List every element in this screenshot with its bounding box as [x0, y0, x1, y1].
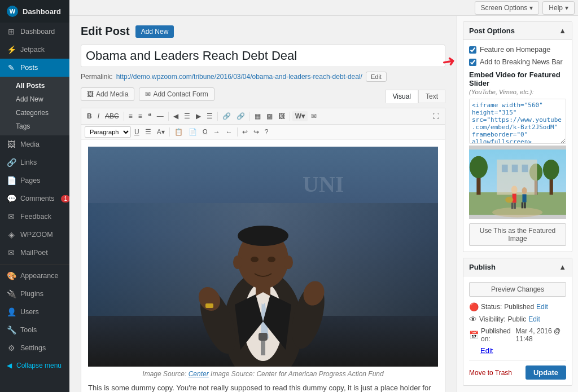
paragraph-select[interactable]: Paragraph — [85, 126, 131, 138]
publish-widget: Publish ▲ Preview Changes 🔴 Status: Publ… — [463, 258, 572, 386]
status-label: Status: — [481, 303, 502, 311]
calendar-icon: 📅 — [469, 331, 479, 340]
wpzoom-icon: ◈ — [7, 230, 16, 239]
tb-email[interactable]: ✉ — [309, 111, 319, 122]
sidebar-item-label: MailPoet — [20, 249, 48, 257]
status-edit-link[interactable]: Edit — [536, 303, 548, 311]
tb-align-left[interactable]: ◀ — [171, 111, 181, 122]
topbar: Screen Options ▾ Help ▾ — [69, 0, 578, 16]
preview-changes-button[interactable]: Preview Changes — [469, 282, 566, 297]
sidebar-item-media[interactable]: 🖼 Media — [0, 135, 69, 153]
tb-hr[interactable]: — — [155, 111, 166, 122]
sidebar-item-users[interactable]: 👤 Users — [0, 303, 69, 321]
sidebar-sub-all-posts[interactable]: All Posts — [0, 79, 69, 93]
sidebar-item-pages[interactable]: 📄 Pages — [0, 171, 69, 190]
publish-header[interactable]: Publish ▲ — [463, 258, 572, 276]
featured-image-svg — [469, 146, 566, 219]
tb-align-center[interactable]: ☰ — [182, 111, 192, 122]
editor-tabs: Visual Text — [386, 90, 445, 103]
published-label: Published on: — [481, 327, 514, 343]
sidebar-sub-categories[interactable]: Categories — [0, 106, 69, 120]
breaking-news-checkbox[interactable] — [469, 59, 476, 66]
collapse-menu[interactable]: ◀ Collapse menu — [0, 357, 69, 374]
sidebar-logo[interactable]: W Dashboard — [0, 0, 69, 23]
tb-blockquote[interactable]: ❝ — [146, 111, 154, 122]
permalink-edit-button[interactable]: Edit — [366, 72, 387, 82]
svg-point-21 — [284, 256, 293, 269]
sidebar-sub-add-new[interactable]: Add New — [0, 93, 69, 106]
tb-image[interactable]: 🖼 — [276, 111, 287, 122]
post-options-body: Feature on Homepage Add to Breaking News… — [463, 40, 572, 252]
feature-homepage-checkbox[interactable] — [469, 46, 476, 54]
sidebar-sub-tags[interactable]: Tags — [0, 120, 69, 133]
use-featured-button[interactable]: Use This as the Featured Image — [469, 223, 566, 246]
tb-fullscreen[interactable]: ⛶ — [430, 111, 441, 122]
embed-textarea[interactable]: <iframe width="560" height="315" src="ht… — [469, 99, 566, 144]
add-media-button[interactable]: 🖼 Add Media — [81, 87, 134, 101]
tb-table[interactable]: ▦ — [252, 111, 263, 122]
tb-underline[interactable]: U — [132, 126, 142, 138]
tab-text[interactable]: Text — [418, 90, 445, 103]
add-new-button[interactable]: Add New — [135, 25, 174, 38]
visibility-value: Public — [507, 315, 526, 323]
tb-help-toolbar[interactable]: ? — [262, 126, 271, 138]
permalink-url[interactable]: http://demo.wpzoom.com/tribune/2016/03/0… — [116, 73, 362, 81]
tb-ul[interactable]: ≡ — [126, 111, 135, 122]
sidebar-item-mailpoet[interactable]: ✉ MailPoet — [0, 244, 69, 262]
tb-indent[interactable]: ☰ — [143, 126, 154, 138]
svg-point-36 — [511, 186, 518, 193]
tb-link[interactable]: 🔗 — [220, 111, 233, 122]
screen-options-label: Screen Options — [481, 4, 528, 12]
add-contact-form-button[interactable]: ✉ Add Contact Form — [139, 87, 214, 101]
tb-paste-text[interactable]: 📄 — [186, 126, 199, 138]
content-area: Edit Post Add New Permalink: http://demo… — [69, 16, 578, 392]
published-edit-link[interactable]: Edit — [480, 346, 493, 355]
feature-homepage-row[interactable]: Feature on Homepage — [469, 46, 566, 54]
sidebar-item-appearance[interactable]: 🎨 Appearance — [0, 267, 69, 285]
tb-align-justify[interactable]: ☰ — [204, 111, 215, 122]
screen-options-button[interactable]: Screen Options ▾ — [475, 1, 540, 15]
image-caption-link[interactable]: Center — [189, 370, 209, 378]
sidebar-item-settings[interactable]: ⚙ Settings — [0, 339, 69, 357]
tb-indent-right[interactable]: → — [211, 126, 222, 138]
breaking-news-row[interactable]: Add to Breaking News Bar — [469, 58, 566, 66]
svg-text:UNI: UNI — [303, 171, 344, 197]
help-button[interactable]: Help ▾ — [542, 1, 575, 15]
tb-align-right[interactable]: ▶ — [194, 111, 203, 122]
sidebar-item-wpzoom[interactable]: ◈ WPZOOM — [0, 226, 69, 244]
tb-special[interactable]: Ω — [200, 126, 210, 138]
tb-undo[interactable]: ↩ — [240, 126, 250, 138]
tb-font-color[interactable]: A▾ — [155, 126, 167, 138]
sidebar-item-comments[interactable]: 💬 Comments 1 — [0, 190, 69, 208]
tb-unlink[interactable]: 🔗 — [234, 111, 247, 122]
visibility-edit-link[interactable]: Edit — [528, 315, 540, 323]
tb-ol[interactable]: ≡ — [136, 111, 144, 122]
tb-strikethrough[interactable]: ABC — [103, 111, 121, 122]
sidebar-item-feedback[interactable]: ✉ Feedback — [0, 208, 69, 226]
update-button[interactable]: Update — [526, 365, 566, 380]
page-title: Edit Post — [81, 25, 130, 38]
tab-visual[interactable]: Visual — [386, 90, 418, 103]
tb-paste[interactable]: 📋 — [172, 126, 185, 138]
tb-redo[interactable]: ↪ — [251, 126, 261, 138]
sidebar-logo-text: Dashboard — [23, 7, 61, 16]
post-title-input[interactable] — [81, 45, 445, 67]
tb-indent-left[interactable]: ← — [224, 126, 235, 138]
sidebar-item-posts[interactable]: ✎ Posts — [0, 59, 69, 77]
sidebar-item-jetpack[interactable]: ⚡ Jetpack — [0, 41, 69, 59]
sidebar-item-links[interactable]: 🔗 Links — [0, 153, 69, 171]
post-options-header[interactable]: Post Options ▲ — [463, 22, 572, 40]
sidebar-item-plugins[interactable]: 🔌 Plugins — [0, 285, 69, 303]
add-media-icon: 🖼 — [87, 90, 94, 98]
move-to-trash-button[interactable]: Move to Trash — [469, 369, 512, 377]
tb-wordpress[interactable]: W▾ — [292, 111, 308, 121]
tb-sep4 — [249, 112, 250, 121]
permalink-label: Permalink: — [81, 73, 113, 81]
image-caption-text: Image Source: Center for American Progre… — [211, 370, 384, 378]
sidebar-item-tools[interactable]: 🔧 Tools — [0, 321, 69, 339]
tb-italic[interactable]: I — [95, 111, 102, 122]
sidebar-item-dashboard[interactable]: ⊞ Dashboard — [0, 23, 69, 41]
tb-table2[interactable]: ▩ — [264, 111, 275, 122]
tb-bold[interactable]: B — [85, 111, 94, 122]
editor-wrapper: B I ABC ≡ ≡ ❝ — ◀ ☰ ▶ ☰ 🔗 🔗 — [81, 108, 445, 392]
